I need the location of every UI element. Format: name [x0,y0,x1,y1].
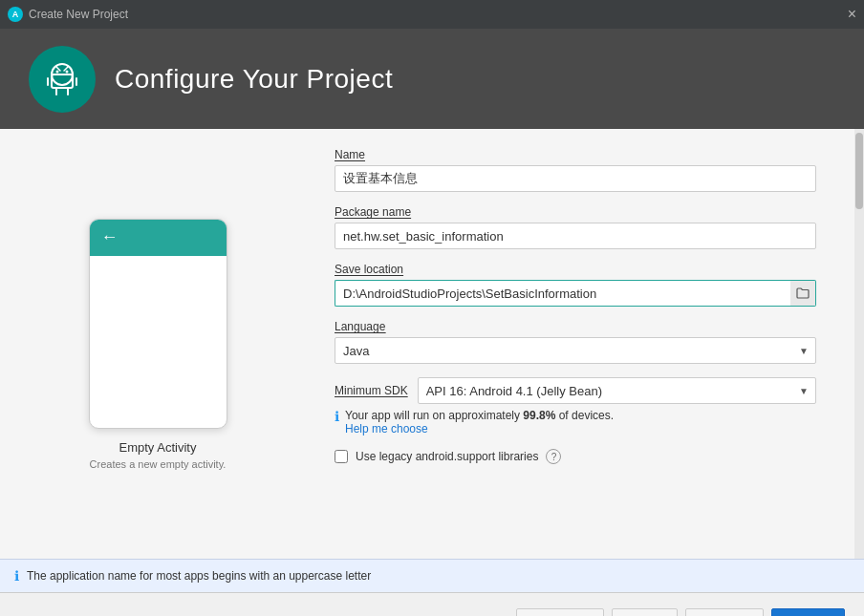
language-label: Language [335,320,816,333]
right-panel: Name Package name Save location [315,129,854,559]
android-logo-svg [42,59,82,99]
previous-button[interactable]: Previous [516,608,605,617]
activity-description: Creates a new empty activity. [90,458,227,470]
info-bar-icon: ℹ [14,568,19,584]
package-group: Package name [335,205,816,249]
dialog-content: ← Empty Activity Creates a new empty act… [0,129,864,559]
folder-icon [796,287,810,299]
legacy-checkbox-label: Use legacy android.support libraries [356,450,538,463]
language-select-wrapper: Java Kotlin ▼ [335,337,816,364]
title-bar: A Create New Project × [0,0,864,29]
legacy-checkbox-row: Use legacy android.support libraries ? [335,449,816,464]
min-sdk-select-wrapper: API 16: Android 4.1 (Jelly Bean) API 21:… [418,377,816,404]
title-bar-text: Create New Project [29,8,128,21]
name-group: Name [335,148,816,192]
scrollbar-thumb[interactable] [855,133,863,209]
phone-preview: ← [89,219,227,429]
info-icon: ℹ [335,409,339,424]
scrollbar-track[interactable] [854,129,864,559]
info-bar-text: The application name for most apps begin… [27,569,371,583]
coverage-text-block: Your app will run on approximately 99.8%… [345,408,614,435]
svg-line-9 [64,67,68,71]
phone-top-bar: ← [90,220,227,256]
title-bar-left: A Create New Project [8,7,128,22]
android-icon: A [8,7,23,22]
activity-name: Empty Activity [119,440,197,455]
dialog-title: Configure Your Project [115,64,393,95]
svg-point-6 [56,70,59,73]
back-arrow-icon: ← [101,227,119,247]
legacy-checkbox[interactable] [335,450,348,463]
save-location-input-group [335,280,816,307]
package-label: Package name [335,205,816,219]
help-question-icon[interactable]: ? [546,449,561,464]
language-select[interactable]: Java Kotlin [335,337,816,364]
close-icon[interactable]: × [848,7,856,22]
help-me-choose-link[interactable]: Help me choose [345,422,614,435]
coverage-info: ℹ Your app will run on approximately 99.… [335,408,816,435]
info-bar: ℹ The application name for most apps beg… [0,559,864,592]
folder-browse-button[interactable] [790,280,816,307]
svg-point-7 [66,70,69,73]
min-sdk-label: Minimum SDK [335,384,408,397]
dialog-header: Configure Your Project [0,29,864,129]
left-panel: ← Empty Activity Creates a new empty act… [0,129,315,559]
coverage-text: Your app will run on approximately 99.8%… [345,409,614,422]
dialog-footer: Previous Next Cancel Finish [0,592,864,616]
svg-line-8 [56,67,60,71]
min-sdk-select[interactable]: API 16: Android 4.1 (Jelly Bean) API 21:… [418,377,816,404]
next-button[interactable]: Next [612,608,678,617]
android-logo [29,46,96,113]
cancel-button[interactable]: Cancel [685,608,764,617]
name-input[interactable] [335,165,816,192]
package-input[interactable] [335,223,816,249]
min-sdk-group: Minimum SDK API 16: Android 4.1 (Jelly B… [335,377,816,435]
min-sdk-controls: Minimum SDK API 16: Android 4.1 (Jelly B… [335,377,816,404]
save-location-input[interactable] [335,280,790,307]
save-location-label: Save location [335,263,816,276]
name-label: Name [335,148,816,161]
language-group: Language Java Kotlin ▼ [335,320,816,364]
save-location-group: Save location [335,263,816,307]
finish-button[interactable]: Finish [771,608,845,617]
